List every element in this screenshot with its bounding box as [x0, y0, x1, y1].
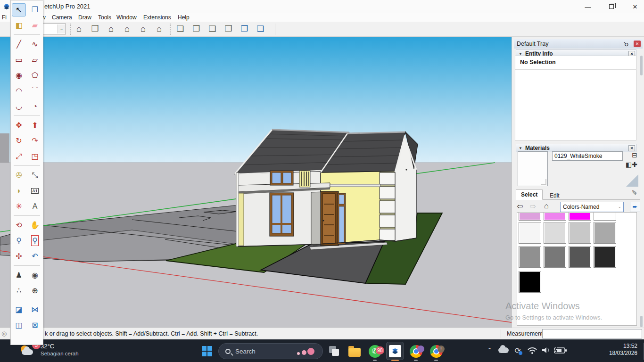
- tab-select[interactable]: Select: [516, 189, 543, 200]
- sketchup-taskbar-button[interactable]: [388, 345, 402, 358]
- swatch-black[interactable]: [519, 271, 541, 293]
- sample-paint-icon[interactable]: [626, 174, 638, 187]
- onedrive-icon[interactable]: [498, 347, 509, 353]
- tool-line[interactable]: ╱: [12, 38, 26, 51]
- swatch-scrollbar[interactable]: [640, 316, 643, 327]
- union-icon[interactable]: ❐: [190, 23, 202, 35]
- tool-scale[interactable]: ⤢: [12, 150, 26, 163]
- menu-item-extensions[interactable]: Extensions: [143, 14, 171, 21]
- close-button[interactable]: ✕: [630, 2, 640, 11]
- tool-zoom-extents[interactable]: ✣: [12, 250, 26, 263]
- menu-item-tools[interactable]: Tools: [98, 14, 111, 21]
- tool-zoom[interactable]: ⚲: [12, 234, 26, 247]
- start-button[interactable]: [202, 346, 212, 356]
- material-name-field[interactable]: 0129_WhiteSmoke: [552, 151, 623, 161]
- tool-two-point-arc[interactable]: ⌒: [28, 84, 42, 98]
- tool-dimension[interactable]: ⤡: [28, 169, 42, 182]
- swatch-magenta[interactable]: [569, 213, 591, 221]
- weather-widget[interactable]: 3 32°C Sebagian cerah: [20, 343, 79, 359]
- swatch-gray[interactable]: [519, 246, 541, 268]
- whatsapp-button[interactable]: ✆ 98: [368, 345, 381, 358]
- maximize-button[interactable]: [606, 2, 617, 11]
- search-box[interactable]: Search: [218, 343, 323, 359]
- hidden-icons-chevron[interactable]: ⌃: [487, 347, 492, 354]
- tool-follow-me[interactable]: ↷: [28, 134, 42, 148]
- front-view-icon[interactable]: ⌂: [105, 23, 117, 35]
- back-view-icon[interactable]: ⌂: [137, 23, 149, 35]
- task-view-button[interactable]: [328, 345, 341, 358]
- eyedropper-icon[interactable]: ✐: [631, 189, 638, 195]
- toolbar-combobox[interactable]: ⌄: [41, 24, 66, 34]
- file-explorer-button[interactable]: [348, 345, 361, 358]
- chrome-button-2[interactable]: !: [429, 345, 443, 358]
- chrome-button-1[interactable]: [409, 345, 422, 358]
- tool-3d-text[interactable]: A: [28, 200, 42, 213]
- tool-polygon[interactable]: ⬠: [28, 69, 42, 82]
- tool-zoom-window[interactable]: ⚲: [28, 234, 42, 247]
- geolocation-icon[interactable]: ◎: [1, 330, 7, 337]
- subtract-icon[interactable]: ❑: [206, 23, 218, 35]
- right-view-icon[interactable]: ⌂: [121, 23, 133, 35]
- menu-item-window[interactable]: Window: [116, 14, 137, 21]
- menu-item-draw[interactable]: Draw: [78, 14, 91, 21]
- intersect-icon[interactable]: ❐: [239, 23, 250, 35]
- forward-arrow-icon[interactable]: ⇨: [530, 202, 536, 211]
- minimize-button[interactable]: —: [583, 2, 593, 11]
- tool-pie[interactable]: ◔: [28, 100, 42, 113]
- menu-item-fi[interactable]: Fi: [2, 14, 7, 21]
- tray-title-bar[interactable]: Default Tray ⚲ ✕: [514, 39, 643, 49]
- tool-circle[interactable]: ◉: [12, 69, 26, 82]
- tool-pan[interactable]: ✋: [28, 219, 42, 232]
- swatch-nearblack[interactable]: [594, 246, 616, 268]
- tool-move[interactable]: ✥: [12, 119, 26, 132]
- tool-section-cuts[interactable]: ⊠: [28, 319, 42, 332]
- swatch-orchid[interactable]: [544, 213, 566, 221]
- tool-section-planes[interactable]: ◫: [12, 319, 26, 332]
- outer-shell-icon[interactable]: ❏: [174, 23, 186, 35]
- tool-paint-bucket[interactable]: ◧: [12, 19, 26, 32]
- tool-axes[interactable]: ✳: [12, 200, 26, 213]
- swatch-violet[interactable]: [519, 213, 541, 221]
- tray-close-button[interactable]: ✕: [634, 41, 641, 47]
- pin-icon[interactable]: ⚲: [622, 40, 630, 48]
- back-arrow-icon[interactable]: ⇦: [517, 202, 523, 211]
- iso-view-icon[interactable]: ⌂: [73, 23, 85, 35]
- swatch-white[interactable]: [594, 213, 616, 221]
- tab-edit[interactable]: Edit: [545, 191, 564, 201]
- clock[interactable]: 13:52 18/03/2026: [609, 343, 637, 357]
- secondary-pane-icon[interactable]: ⊟: [632, 151, 637, 159]
- trim-icon[interactable]: ❒: [223, 23, 234, 35]
- split-icon[interactable]: ❏: [255, 23, 266, 35]
- menu-item-camera[interactable]: Camera: [52, 14, 72, 21]
- system-status-icons[interactable]: [527, 346, 569, 355]
- tool-walk[interactable]: ∴: [12, 284, 26, 297]
- tool-look-around[interactable]: ◉: [28, 269, 42, 282]
- tool-three-point-arc[interactable]: ◡: [12, 100, 26, 113]
- tool-orbit[interactable]: ⟲: [12, 219, 26, 232]
- create-material-icon[interactable]: ◧✚: [626, 161, 637, 168]
- tool-text[interactable]: A1: [28, 184, 42, 197]
- tool-section-boundaries[interactable]: ⋈: [28, 303, 42, 316]
- collection-dropdown[interactable]: Colors-Named ⌄: [560, 202, 624, 212]
- swatch-charcoal[interactable]: [569, 246, 591, 268]
- top-view-icon[interactable]: ❒: [89, 23, 101, 35]
- tool-section-fill[interactable]: ◪: [12, 303, 26, 316]
- tool-section-plane[interactable]: ⊕: [28, 284, 42, 297]
- measurements-input[interactable]: [542, 329, 642, 338]
- tool-select[interactable]: ↖: [12, 3, 26, 16]
- tool-offset[interactable]: ◳: [28, 150, 42, 163]
- tool-protractor[interactable]: ◗: [12, 184, 26, 197]
- home-icon[interactable]: ⌂: [544, 202, 549, 210]
- tool-position-camera[interactable]: ♟: [12, 269, 26, 282]
- tool-make-component[interactable]: ❐: [28, 3, 42, 16]
- model-viewport[interactable]: [0, 37, 512, 328]
- tool-eraser[interactable]: ▰: [28, 19, 42, 32]
- materials-close-button[interactable]: ✕: [628, 145, 635, 151]
- tool-push-pull[interactable]: ⬆: [28, 119, 42, 132]
- tool-freehand[interactable]: ∿: [28, 38, 42, 51]
- tool-rotate[interactable]: ↻: [12, 134, 26, 148]
- swatch-darkgray[interactable]: [594, 222, 616, 244]
- details-arrow-button[interactable]: ➨: [630, 202, 640, 212]
- tool-rectangle[interactable]: ▭: [12, 53, 26, 66]
- tool-arc[interactable]: ◠: [12, 84, 26, 98]
